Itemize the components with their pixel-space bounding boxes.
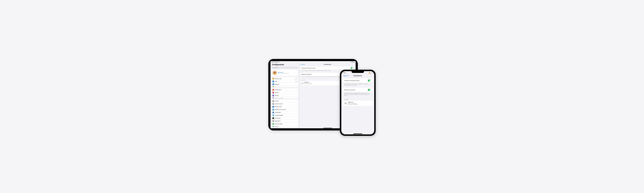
faceid-row[interactable]: ☺ Face ID y código [272,123,298,125]
screentime-row[interactable]: ⏳ Tiempo en pantalla [272,97,298,98]
notch [352,71,364,73]
airplane-toggle[interactable] [295,78,297,79]
accessibility-row[interactable]: ♿ Accesibilidad [272,111,298,114]
page-title: Configuración [272,63,298,67]
status-time: 9:41 [344,72,346,73]
general-row[interactable]: ⚙ General [272,100,298,103]
siri-icon: ◉ [272,117,274,119]
pencil-row[interactable]: ✎ Apple Pencil [272,120,298,123]
iphone-device-frame: 9:41 📶 ᯤ ▮ ‹ Apple ID Suscripciones Comp… [340,70,376,136]
share-subscriptions-row[interactable]: Compartir suscripciones nuevas [300,66,354,69]
airplane-mode-row[interactable]: ✈ Modo de vuelo [272,77,298,80]
apple-one-icon: One [344,102,347,105]
pencil-label: Apple Pencil [275,120,297,122]
search-icon: 🔍 [272,67,274,68]
receipts-label: Recibos de renovación [344,89,355,90]
share-label: Compartir suscripciones nuevas [302,68,316,69]
ipad-status-bar: 9:41 Mar 5 de ene ᯤ 100% ▮ [270,61,356,63]
focus-label: Enfoque [275,95,297,96]
share-label: Compartir suscripciones nuevas [344,80,360,81]
control-center-row[interactable]: ☰ Centro de control [272,103,298,105]
wifi-icon: ᯤ [272,81,274,82]
bluetooth-row[interactable]: B Bluetooth [272,83,298,86]
cellular-row[interactable]: 📶 Datos celulares [272,86,298,87]
airplane-label: Modo de vuelo [275,78,294,79]
wifi-icon: ᯤ [350,61,350,63]
homescreen-row[interactable]: ▦ Pantalla de inicio y Dock [272,108,298,111]
profile-subtitle: Apple ID, iCloud+, contenido y más [278,73,297,74]
battery-icon: ▮ [354,61,354,63]
siri-row[interactable]: ◉ Siri y Buscar [272,117,298,120]
pencil-icon: ✎ [272,120,274,122]
back-label: Apple ID [343,75,348,76]
share-toggle[interactable] [350,67,354,69]
search-input[interactable] [274,67,297,68]
detail-header: ‹ Apple ID Suscripciones [299,63,356,66]
subscription-item[interactable]: One Apple One Premium (mensual) Renovaci… [343,101,373,106]
share-subscriptions-row[interactable]: Compartir suscripciones nuevas [343,78,373,83]
screentime-label: Tiempo en pantalla [275,98,297,98]
share-toggle[interactable] [368,80,371,81]
display-label: Pantalla y brillo [275,106,297,107]
search-field[interactable]: 🔍 [272,67,298,69]
page-title: Suscripciones [354,75,362,76]
iphone-nav-header: ‹ Apple ID Suscripciones [341,74,374,77]
subscription-renewal: Renovación: 18/01/2022 [348,104,370,105]
notifications-row[interactable]: 🔔 Notificaciones [272,88,298,91]
home-indicator[interactable] [323,128,332,128]
home-indicator[interactable] [353,134,362,134]
control-label: Centro de control [275,103,297,104]
wallpaper-row[interactable]: ❀ Fondo de pantalla [272,114,298,117]
accessibility-icon: ♿ [272,112,274,113]
alerts-group: 🔔 Notificaciones 🔊 Sonidos ☾ Enfoque [272,88,298,98]
flower-icon: ❀ [272,115,274,116]
detail-title: Suscripciones [324,64,331,65]
share-footer: Las suscripciones que cumplan los requis… [343,83,373,87]
airplane-icon: ✈ [272,78,274,79]
iphone-screen: 9:41 📶 ᯤ ▮ ‹ Apple ID Suscripciones Comp… [341,71,374,134]
battery-row[interactable]: ▮ Batería [272,125,298,127]
avatar: 🧑 [272,71,277,75]
share-subscriptions-group: Compartir suscripciones nuevas [300,66,354,69]
receipts-row[interactable]: Recibos de renovación [343,88,373,92]
hourglass-icon: ⏳ [272,98,274,98]
battery-percent: 100% [351,61,354,63]
siri-label: Siri y Buscar [275,118,297,119]
device-mockup-stage: 9:41 Mar 5 de ene ᯤ 100% ▮ Configuración… [268,59,376,134]
faceid-label: Face ID y código [275,123,297,124]
back-button[interactable]: ‹ Apple ID [343,75,348,76]
status-time: 9:41 [272,61,273,63]
back-label: Apple ID [301,64,305,65]
wifi-value: WiFi [295,81,297,82]
gear-icon: ⚙ [272,100,274,102]
receipts-group: Recibos de renovación [343,88,373,92]
chevron-left-icon: ‹ [343,75,343,76]
settings-sidebar: Configuración 🔍 🧑 Ashley Rico Apple ID, … [270,63,299,128]
sun-icon: ☀ [272,106,274,108]
bluetooth-label: Bluetooth [275,84,297,85]
grid-icon: ▦ [272,109,274,110]
wallpaper-label: Fondo de pantalla [275,115,297,116]
moon-icon: ☾ [272,95,274,96]
accessibility-label: Accesibilidad [275,112,297,113]
sounds-label: Sonidos [275,92,297,93]
status-date: Mar 5 de ene [274,61,279,63]
back-button[interactable]: ‹ Apple ID [300,64,305,65]
share-subscriptions-group: Compartir suscripciones nuevas [343,78,373,83]
notifications-label: Notificaciones [275,89,297,90]
cellular-label: Datos celulares [275,87,297,87]
active-section-header: Activas [343,97,373,101]
general-label: General [275,100,297,102]
chevron-right-icon: › [371,103,371,104]
display-row[interactable]: ☀ Pantalla y brillo [272,105,298,108]
iphone-body: Compartir suscripciones nuevas Las suscr… [341,77,374,133]
focus-row[interactable]: ☾ Enfoque [272,94,298,97]
apple-id-card[interactable]: 🧑 Ashley Rico Apple ID, iCloud+, conteni… [272,70,298,76]
bluetooth-icon: B [272,83,274,85]
sounds-row[interactable]: 🔊 Sonidos [272,91,298,94]
status-icons: 📶 ᯤ ▮ [369,72,372,74]
faceid-icon: ☺ [272,123,274,125]
wifi-row[interactable]: ᯤ Wi-Fi WiFi [272,80,298,83]
sliders-icon: ☰ [272,103,274,105]
receipts-toggle[interactable] [368,89,371,91]
